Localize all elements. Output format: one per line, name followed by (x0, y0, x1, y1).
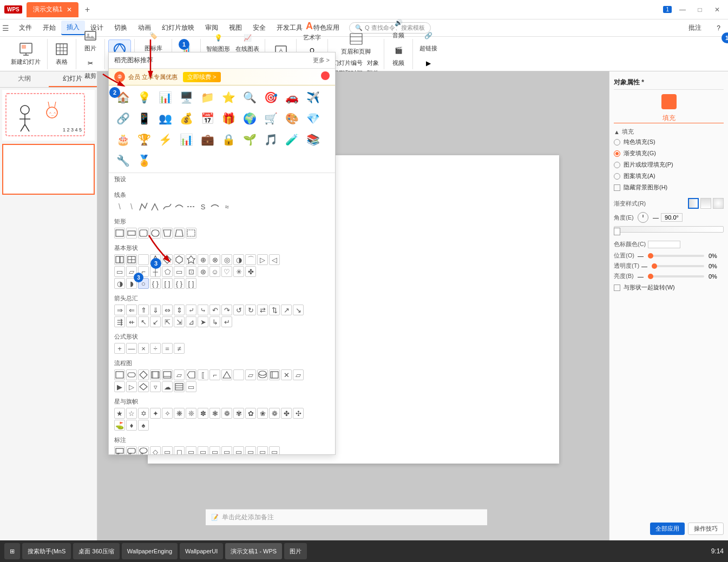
image-button[interactable]: 图片 (80, 27, 101, 54)
arrow-10[interactable]: ↷ (221, 305, 232, 315)
vip-btn[interactable]: 立即续费 > (183, 72, 220, 82)
flow-18[interactable]: ▷ (126, 381, 137, 392)
star-1[interactable]: ★ (114, 408, 125, 419)
radio-gradient[interactable] (614, 150, 620, 157)
shape-cell[interactable]: ≈ (221, 201, 232, 212)
shape-basic-9[interactable]: ⊗ (209, 254, 220, 265)
fill-option-texture[interactable]: 图片或纹理填充(P) (614, 161, 724, 169)
icon-cell[interactable]: 🏆 (134, 130, 154, 149)
shape-cell[interactable] (186, 201, 196, 212)
fill-option-solid[interactable]: 纯色填充(S) (614, 138, 724, 146)
opacity-track[interactable] (652, 265, 704, 267)
taskbar-item-4[interactable]: WallpaperUI (180, 543, 223, 559)
star-17[interactable]: ⛳ (114, 420, 125, 431)
star-5[interactable]: ✧ (162, 408, 173, 419)
callout-4[interactable]: ◇ (150, 446, 161, 454)
menu-transition[interactable]: 切换 (109, 21, 133, 35)
gradient-box-2[interactable] (700, 198, 711, 209)
star-9[interactable]: ❃ (209, 408, 220, 419)
radio-pattern[interactable] (614, 173, 620, 180)
icon-cell[interactable]: 🎨 (282, 109, 301, 128)
shape-basic-23[interactable]: ☺ (209, 266, 220, 277)
callout-11[interactable]: ▭ (233, 446, 244, 454)
minimize-button[interactable]: — (676, 3, 689, 16)
angle-minus[interactable]: — (653, 214, 659, 221)
star-12[interactable]: ✿ (245, 408, 256, 419)
menu-help[interactable]: ? (711, 22, 726, 34)
formula-5[interactable]: = (162, 343, 173, 354)
shape-cell[interactable]: S (198, 201, 208, 212)
icon-cell[interactable]: 🎯 (261, 88, 280, 107)
shape-basic-6[interactable] (174, 254, 185, 265)
position-thumb[interactable] (648, 253, 653, 259)
arrow-2[interactable]: ⇐ (126, 305, 137, 315)
star-19[interactable]: ♠ (138, 420, 149, 431)
taskbar-item-6[interactable]: 图片 (284, 543, 307, 559)
doc-tab-close[interactable]: ✕ (67, 6, 72, 14)
shape-basic-12[interactable]: ⌒ (245, 254, 256, 265)
flow-8[interactable]: ⟦ (198, 369, 208, 380)
flow-19[interactable] (138, 381, 149, 392)
formula-1[interactable]: + (114, 343, 125, 354)
callout-8[interactable]: ▭ (198, 446, 208, 454)
radio-texture[interactable] (614, 162, 620, 168)
arrow-6[interactable]: ⇕ (174, 305, 185, 315)
menu-start[interactable]: 开始 (37, 21, 61, 35)
doc-tab[interactable]: 演示文稿1 ✕ (27, 2, 79, 17)
gradient-stop-left[interactable] (614, 228, 620, 235)
maximize-button[interactable]: □ (693, 3, 706, 16)
flow-12[interactable]: ▱ (245, 369, 256, 380)
link-button[interactable]: 🔗 超链接 (416, 27, 441, 54)
icon-cell[interactable]: ✈️ (303, 88, 323, 107)
close-button[interactable]: ✕ (711, 3, 724, 16)
icon-cell[interactable]: 💼 (198, 130, 217, 149)
shape-basic-25[interactable]: ✳ (233, 266, 244, 277)
star-10[interactable]: ❁ (221, 408, 232, 419)
star-2[interactable]: ☆ (126, 408, 137, 419)
icon-cell[interactable]: 🎂 (113, 130, 133, 149)
slide-2-thumb[interactable] (2, 144, 95, 195)
gradient-box-3[interactable] (713, 198, 724, 209)
flow-7[interactable] (186, 369, 196, 380)
shape-cell-rect-1[interactable] (114, 228, 125, 239)
note-area[interactable]: 📝 单击此处添加备注 (206, 509, 487, 525)
shape-basic-1[interactable] (114, 254, 125, 265)
formula-2[interactable]: — (126, 343, 137, 354)
flow-4[interactable] (150, 369, 161, 380)
flow-10[interactable] (221, 369, 232, 380)
taskbar-item-1[interactable]: 搜索助手(MnS (22, 543, 71, 559)
gradient-bar[interactable] (614, 226, 724, 233)
checkbox-hide[interactable] (614, 184, 620, 191)
shape-basic-13[interactable]: ▷ (257, 254, 268, 265)
taskbar-item-2[interactable]: 桌面 360压缩 (73, 543, 119, 559)
opacity-thumb[interactable] (652, 263, 657, 269)
shape-basic-21[interactable]: ⊡ (186, 266, 196, 277)
flow-3[interactable] (138, 369, 149, 380)
opacity-minus[interactable]: — (641, 263, 647, 269)
star-14[interactable]: ❁ (269, 408, 280, 419)
arrow-14[interactable]: ⇅ (269, 305, 280, 315)
shape-cell-rect-3[interactable] (138, 228, 149, 239)
shape-basic-3[interactable] (138, 254, 149, 265)
flow-14[interactable] (269, 369, 280, 380)
menu-file[interactable]: 文件 (14, 21, 37, 35)
icon-cell[interactable]: 🌱 (240, 130, 259, 149)
shape-basic-31[interactable]: [ ] (162, 278, 173, 289)
slidenum-button[interactable]: 幻灯片编号 (331, 57, 364, 68)
shape-cell[interactable] (150, 201, 161, 212)
shape-basic-24[interactable]: ♡ (221, 266, 232, 277)
callout-14[interactable]: ▭ (269, 446, 280, 454)
icon-cell[interactable]: 📊 (155, 88, 175, 107)
taskbar-item-5[interactable]: 演示文稿1 - WPS (225, 543, 282, 559)
icon-cell[interactable]: 🎵 (261, 130, 280, 149)
gradient-box-1[interactable] (688, 198, 699, 209)
star-18[interactable]: ♦ (126, 420, 137, 431)
star-15[interactable]: ✤ (281, 408, 292, 419)
arrow-16[interactable]: ↘ (293, 305, 304, 315)
icon-cell[interactable]: 🔒 (219, 130, 238, 149)
flow-15[interactable]: ✕ (281, 369, 292, 380)
icon-cell[interactable]: 🛒 (261, 109, 280, 128)
star-8[interactable]: ✽ (198, 408, 208, 419)
shape-dd-more[interactable]: 更多 > (313, 56, 330, 64)
add-tab-button[interactable]: + (81, 3, 94, 16)
